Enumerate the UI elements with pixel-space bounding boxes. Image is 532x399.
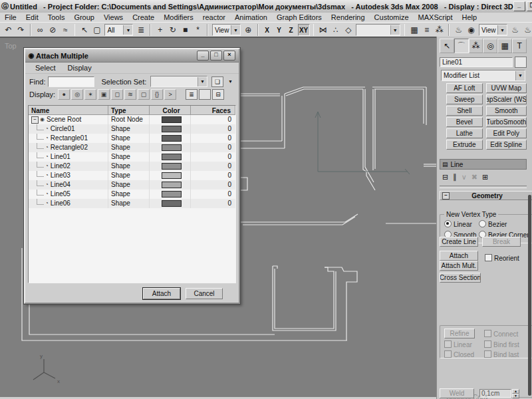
cameras-filter-icon[interactable]: ▣ bbox=[98, 89, 110, 100]
chevron-down-icon[interactable]: ▼ bbox=[123, 25, 132, 35]
weld-threshold-spinner[interactable]: 0,1cm ▲▼ bbox=[479, 389, 519, 398]
remove-modifier-icon[interactable]: ✖ bbox=[471, 173, 477, 182]
render-production-icon[interactable]: ♨ bbox=[509, 24, 521, 36]
table-row[interactable]: ◔Line04Shape0 bbox=[29, 180, 235, 190]
select-and-scale-icon[interactable]: ■ bbox=[179, 24, 192, 36]
detail-view-icon[interactable]: ⊟ bbox=[212, 89, 224, 100]
chevron-down-icon[interactable]: ▼ bbox=[231, 25, 240, 35]
xrefs-filter-icon[interactable]: {} bbox=[151, 89, 163, 100]
cross-section-button[interactable]: Cross Section bbox=[440, 273, 481, 283]
tree-collapse-icon[interactable]: − bbox=[31, 116, 39, 124]
linear-checkbox[interactable] bbox=[444, 340, 452, 348]
tab-motion[interactable]: ◎ bbox=[483, 39, 497, 53]
column-header-faces[interactable]: Faces bbox=[191, 106, 235, 115]
create-line-button[interactable]: Create Line bbox=[440, 237, 478, 247]
reference-coordinate-combo[interactable]: View▼ bbox=[212, 24, 241, 36]
undo-icon[interactable]: ↶ bbox=[2, 24, 15, 36]
bind-first-checkbox[interactable] bbox=[484, 340, 491, 348]
table-row[interactable]: ◔Line02Shape0 bbox=[29, 162, 235, 171]
cancel-dialog-button[interactable]: Cancel bbox=[186, 288, 223, 299]
layer-manager-icon[interactable]: ≡ bbox=[420, 24, 433, 36]
menu-item-create[interactable]: Create bbox=[128, 13, 159, 22]
column-header-name[interactable]: Name bbox=[29, 106, 108, 115]
table-row[interactable]: ◔Circle01Shape0 bbox=[29, 124, 235, 134]
menu-item-group[interactable]: Group bbox=[69, 13, 99, 22]
menu-item-edit[interactable]: Edit bbox=[21, 13, 43, 22]
object-color-swatch[interactable] bbox=[162, 182, 182, 188]
icon-view-icon[interactable] bbox=[199, 89, 211, 100]
shapes-filter-icon[interactable]: ◎ bbox=[71, 89, 83, 100]
selection-set-combo[interactable]: ▼ bbox=[150, 76, 207, 87]
closed-checkbox[interactable] bbox=[444, 350, 452, 358]
snaps-toggle-icon[interactable]: ∴ bbox=[329, 24, 342, 36]
schematic-view-icon[interactable]: ⁂ bbox=[433, 24, 446, 36]
object-color-swatch[interactable] bbox=[515, 57, 527, 68]
modifier-button-extrude[interactable]: Extrude bbox=[446, 140, 483, 150]
object-color-swatch[interactable] bbox=[162, 116, 182, 123]
groups-filter-icon[interactable]: ▢ bbox=[138, 89, 150, 100]
redo-icon[interactable]: ↷ bbox=[15, 24, 27, 36]
table-row[interactable]: ◔Line01Shape0 bbox=[29, 152, 235, 162]
chevron-down-icon[interactable]: ▼ bbox=[390, 25, 400, 35]
select-and-link-icon[interactable]: ∞ bbox=[34, 24, 47, 36]
break-button[interactable]: Break bbox=[482, 237, 521, 247]
modifier-button-edit-poly[interactable]: Edit Poly bbox=[486, 128, 527, 138]
select-and-move-icon[interactable]: + bbox=[154, 24, 166, 36]
menu-item-views[interactable]: Views bbox=[99, 13, 128, 22]
render-iterative-icon[interactable]: ♨ bbox=[521, 24, 532, 36]
pin-stack-icon[interactable]: ⊟ bbox=[442, 173, 448, 182]
refine-button[interactable]: Refine bbox=[444, 329, 475, 338]
lights-filter-icon[interactable]: ✶ bbox=[84, 89, 96, 100]
dialog-maximize-button[interactable]: □ bbox=[210, 51, 222, 61]
use-pivot-point-icon[interactable]: ⊕ bbox=[242, 24, 255, 36]
select-by-name-icon[interactable]: ≣ bbox=[134, 24, 147, 36]
geometry-rollout-header[interactable]: − Geometry bbox=[440, 191, 532, 200]
connect-checkbox[interactable] bbox=[484, 330, 491, 337]
geometry-filter-icon[interactable]: ● bbox=[58, 89, 70, 100]
menu-item-modifiers[interactable]: Modifiers bbox=[159, 13, 198, 22]
menu-item-tools[interactable]: Tools bbox=[43, 13, 70, 22]
modifier-button-af-loft[interactable]: AF Loft bbox=[446, 83, 483, 93]
select-object-icon[interactable]: ↖ bbox=[78, 24, 90, 36]
restrict-x-button[interactable]: X bbox=[262, 25, 273, 35]
dialog-menu-item-select[interactable]: Select bbox=[29, 64, 62, 72]
chevron-down-icon[interactable]: ▼ bbox=[497, 25, 507, 35]
attach-dialog-button[interactable]: Attach bbox=[143, 288, 180, 299]
modifier-button-edit-spline[interactable]: Edit Spline bbox=[486, 140, 527, 150]
object-color-swatch[interactable] bbox=[162, 135, 182, 142]
helpers-filter-icon[interactable]: ◻ bbox=[111, 89, 123, 100]
table-row[interactable]: ◔Rectangle02Shape0 bbox=[29, 143, 235, 152]
table-row[interactable]: ◔Rectangle01Shape0 bbox=[29, 134, 235, 143]
bind-last-checkbox[interactable] bbox=[484, 350, 491, 358]
select-and-rotate-icon[interactable]: ↻ bbox=[166, 24, 179, 36]
table-row[interactable]: ◔Line06Shape0 bbox=[29, 199, 235, 208]
menu-item-rendering[interactable]: Rendering bbox=[327, 13, 370, 22]
menu-item-maxscript[interactable]: MAXScript bbox=[414, 13, 458, 22]
collapse-icon[interactable]: − bbox=[442, 192, 450, 200]
modifier-button-uvw-map[interactable]: UVW Map bbox=[486, 83, 527, 93]
render-setup-icon[interactable]: ♨ bbox=[452, 24, 465, 36]
unlink-selection-icon[interactable]: ⊘ bbox=[47, 24, 59, 36]
attach-mult-button[interactable]: Attach Mult. bbox=[440, 261, 478, 271]
modifier-button-apscaler-ws[interactable]: apScaler (WS bbox=[486, 94, 527, 104]
render-preset-combo[interactable]: View▼ bbox=[479, 24, 507, 36]
spin-up-icon[interactable]: ▲ bbox=[512, 389, 519, 394]
space-warps-filter-icon[interactable]: ≋ bbox=[124, 89, 136, 100]
menu-item-help[interactable]: Help bbox=[458, 13, 482, 22]
menu-item-file[interactable]: File bbox=[0, 13, 21, 22]
named-selection-icon[interactable]: ❏ bbox=[211, 76, 223, 87]
menu-item-customize[interactable]: Customize bbox=[370, 13, 414, 22]
align-icon[interactable]: ◇ bbox=[342, 24, 354, 36]
object-color-swatch[interactable] bbox=[162, 163, 182, 170]
viewport-label[interactable]: Top bbox=[5, 42, 17, 50]
table-row[interactable]: ◔Line05Shape0 bbox=[29, 190, 235, 199]
restrict-y-button[interactable]: Y bbox=[274, 25, 285, 35]
radio-option-bezier[interactable]: Bezier bbox=[479, 220, 531, 228]
chevron-down-icon[interactable]: ▼ bbox=[226, 79, 235, 84]
radio-icon[interactable] bbox=[479, 220, 486, 227]
dialog-titlebar[interactable]: ◉ Attach Multiple _□× bbox=[25, 49, 239, 63]
dialog-minimize-button[interactable]: _ bbox=[197, 51, 209, 61]
dialog-close-button[interactable]: × bbox=[223, 51, 235, 61]
mirror-icon[interactable]: ⋈ bbox=[317, 24, 329, 36]
bind-to-space-warp-icon[interactable]: ≈ bbox=[59, 24, 72, 36]
